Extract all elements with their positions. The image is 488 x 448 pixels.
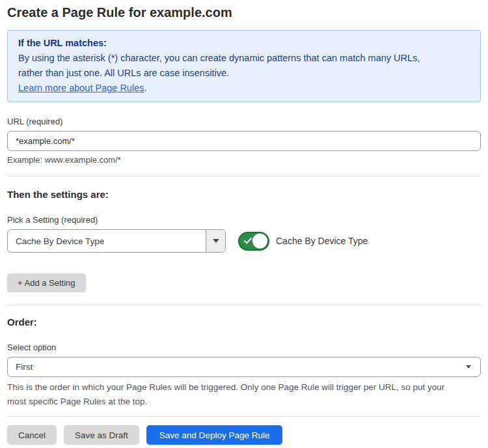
url-input[interactable] bbox=[7, 131, 481, 151]
order-helper-text: This is the order in which your Page Rul… bbox=[7, 380, 481, 409]
order-helper-line-2: most specific Page Rules at the top. bbox=[7, 395, 481, 409]
order-dropdown-value: First bbox=[16, 362, 33, 372]
learn-more-link[interactable]: Learn more about Page Rules bbox=[18, 83, 144, 93]
link-suffix: . bbox=[144, 83, 146, 93]
divider bbox=[7, 416, 481, 417]
select-option-label: Select option bbox=[7, 343, 481, 352]
info-box-body-line-1: By using the asterisk (*) character, you… bbox=[18, 51, 470, 66]
setting-dropdown[interactable]: Cache By Device Type bbox=[7, 229, 226, 253]
cache-device-toggle[interactable] bbox=[238, 232, 269, 251]
setting-dropdown-value: Cache By Device Type bbox=[8, 230, 206, 252]
save-deploy-button[interactable]: Save and Deploy Page Rule bbox=[146, 425, 283, 445]
setting-dropdown-arrow-button[interactable] bbox=[206, 230, 225, 252]
order-section-heading: Order: bbox=[7, 316, 481, 328]
toggle-label: Cache By Device Type bbox=[276, 236, 368, 246]
chevron-down-icon bbox=[466, 365, 471, 369]
chevron-down-icon bbox=[213, 239, 219, 243]
cancel-button[interactable]: Cancel bbox=[7, 425, 57, 445]
check-icon bbox=[244, 238, 252, 244]
url-example-helper: Example: www.example.com/* bbox=[7, 155, 481, 165]
save-draft-button[interactable]: Save as Draft bbox=[64, 425, 139, 445]
info-box-body-line-2: rather than just one. All URLs are case … bbox=[18, 66, 470, 81]
order-dropdown[interactable]: First bbox=[7, 357, 481, 377]
add-setting-button[interactable]: + Add a Setting bbox=[7, 273, 86, 292]
divider bbox=[7, 305, 481, 305]
pick-setting-label: Pick a Setting (required) bbox=[7, 215, 481, 225]
order-helper-line-1: This is the order in which your Page Rul… bbox=[7, 380, 481, 395]
info-box-link-line: Learn more about Page Rules. bbox=[18, 81, 470, 96]
divider bbox=[7, 176, 481, 176]
create-page-rule-form: Create a Page Rule for example.com If th… bbox=[0, 0, 488, 445]
url-field-label: URL (required) bbox=[7, 117, 481, 126]
footer-button-row: Cancel Save as Draft Save and Deploy Pag… bbox=[7, 425, 481, 445]
url-match-info-box: If the URL matches: By using the asteris… bbox=[7, 30, 481, 102]
setting-row: Cache By Device Type Cache By Device Typ… bbox=[7, 229, 481, 253]
info-box-heading: If the URL matches: bbox=[18, 36, 470, 51]
page-title: Create a Page Rule for example.com bbox=[7, 4, 481, 21]
toggle-knob[interactable] bbox=[252, 234, 267, 249]
settings-section-heading: Then the settings are: bbox=[7, 189, 481, 201]
